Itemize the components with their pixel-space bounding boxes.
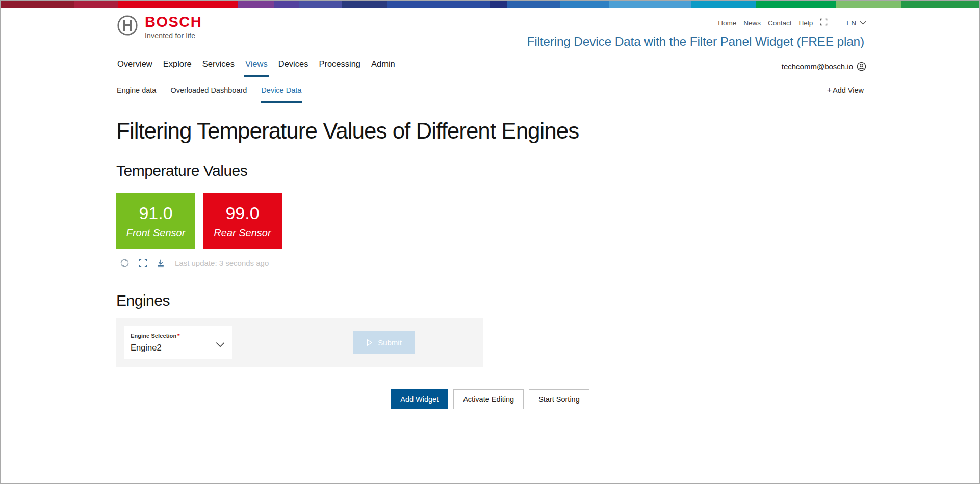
main-nav: Overview Explore Services Views Devices … bbox=[116, 59, 396, 77]
add-view-label: Add View bbox=[833, 86, 864, 94]
bosch-logo[interactable]: BOSCH Invented for life bbox=[116, 14, 202, 40]
last-update-text: Last update: 3 seconds ago bbox=[175, 259, 269, 267]
required-marker: * bbox=[177, 333, 179, 339]
dropdown-selected-value: Engine2 bbox=[131, 343, 226, 353]
expand-icon[interactable] bbox=[139, 259, 147, 267]
main-nav-overview[interactable]: Overview bbox=[116, 59, 153, 77]
divider bbox=[837, 16, 837, 30]
dropdown-label: Engine Selection bbox=[131, 333, 176, 339]
main-nav-admin[interactable]: Admin bbox=[370, 59, 396, 77]
chevron-down-icon bbox=[216, 340, 225, 349]
tab-engine-data[interactable]: Engine data bbox=[116, 77, 157, 103]
temperature-card-front: 91.0 Front Sensor bbox=[116, 193, 195, 249]
utility-link-news[interactable]: News bbox=[743, 19, 761, 27]
main-nav-devices[interactable]: Devices bbox=[277, 59, 310, 77]
tab-overloaded-dashboard[interactable]: Overloaded Dashboard bbox=[170, 77, 247, 103]
language-label: EN bbox=[846, 19, 856, 27]
card-value: 91.0 bbox=[139, 203, 172, 223]
user-account-menu[interactable]: techcomm@bosch.io bbox=[782, 62, 866, 71]
main-nav-services[interactable]: Services bbox=[201, 59, 236, 77]
activate-editing-button[interactable]: Activate Editing bbox=[453, 389, 524, 409]
fullscreen-icon[interactable] bbox=[820, 18, 828, 28]
temperature-cards: 91.0 Front Sensor 99.0 Rear Sensor bbox=[116, 193, 864, 249]
plus-icon: + bbox=[827, 86, 832, 95]
submit-button[interactable]: Submit bbox=[353, 331, 415, 354]
app-window: BOSCH Invented for life Home News Contac… bbox=[0, 0, 980, 484]
brand-name: BOSCH bbox=[145, 14, 202, 30]
bosch-supergraphic-stripe bbox=[1, 1, 979, 8]
engines-section-title: Engines bbox=[116, 292, 864, 309]
view-tabs: Engine data Overloaded Dashboard Device … bbox=[1, 77, 979, 103]
engine-selection-dropdown[interactable]: Engine Selection* Engine2 bbox=[124, 326, 232, 359]
card-label: Rear Sensor bbox=[214, 227, 271, 239]
person-icon bbox=[857, 62, 866, 71]
submit-label: Submit bbox=[378, 338, 402, 347]
download-icon[interactable] bbox=[156, 259, 165, 268]
language-selector[interactable]: EN bbox=[846, 19, 866, 27]
temperature-card-rear: 99.0 Rear Sensor bbox=[203, 193, 282, 249]
chevron-down-icon bbox=[860, 21, 866, 25]
page-title: Filtering Device Data with the Filter Pa… bbox=[527, 35, 864, 49]
header: BOSCH Invented for life Home News Contac… bbox=[1, 8, 979, 77]
main-content: Filtering Temperature Values of Differen… bbox=[1, 118, 979, 409]
utility-link-help[interactable]: Help bbox=[798, 19, 813, 27]
brand-tagline: Invented for life bbox=[145, 32, 202, 40]
start-sorting-button[interactable]: Start Sorting bbox=[529, 389, 589, 409]
refresh-icon[interactable] bbox=[119, 258, 130, 268]
widget-toolbar: Last update: 3 seconds ago bbox=[119, 258, 864, 268]
main-nav-processing[interactable]: Processing bbox=[318, 59, 362, 77]
add-view-button[interactable]: + Add View bbox=[827, 77, 864, 103]
user-email: techcomm@bosch.io bbox=[782, 62, 853, 71]
utility-nav: Home News Contact Help EN bbox=[718, 16, 866, 30]
tab-device-data[interactable]: Device Data bbox=[261, 77, 302, 103]
main-nav-views[interactable]: Views bbox=[244, 59, 269, 77]
dashboard-actions: Add Widget Activate Editing Start Sortin… bbox=[116, 389, 864, 409]
temperature-section-title: Temperature Values bbox=[116, 162, 864, 179]
utility-link-contact[interactable]: Contact bbox=[768, 19, 792, 27]
content-heading: Filtering Temperature Values of Differen… bbox=[116, 118, 864, 144]
play-icon bbox=[366, 339, 373, 346]
bosch-anchor-icon bbox=[116, 14, 139, 39]
main-nav-explore[interactable]: Explore bbox=[162, 59, 193, 77]
card-label: Front Sensor bbox=[126, 227, 186, 239]
card-value: 99.0 bbox=[225, 203, 259, 223]
filter-panel: Engine Selection* Engine2 Submit bbox=[116, 318, 483, 367]
utility-link-home[interactable]: Home bbox=[718, 19, 736, 27]
add-widget-button[interactable]: Add Widget bbox=[391, 389, 448, 409]
